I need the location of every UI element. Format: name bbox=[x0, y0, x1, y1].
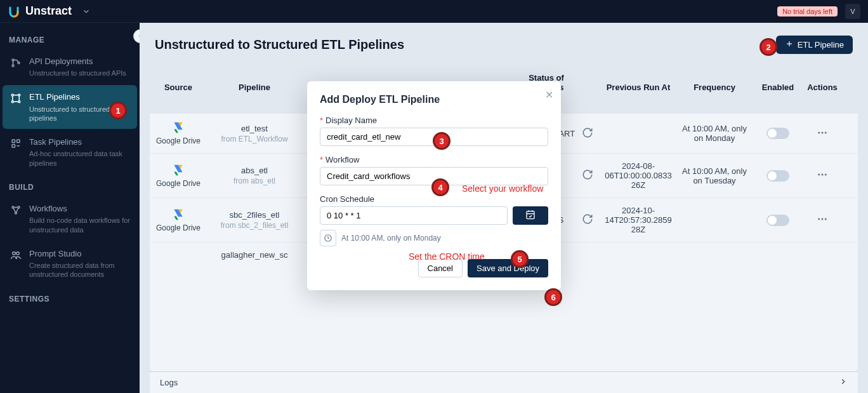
freq-cell: At 10:00 AM, only on Monday bbox=[676, 124, 753, 143]
sidebar-item-etl-pipelines[interactable]: ETL Pipelines Unstructured to structured… bbox=[3, 85, 137, 129]
svg-point-22 bbox=[825, 174, 827, 176]
enabled-toggle[interactable] bbox=[766, 128, 789, 139]
sidebar-item-api-deployments[interactable]: API Deployments Unstructured to structur… bbox=[3, 50, 137, 84]
brand: Unstract bbox=[8, 4, 91, 18]
svg-point-6 bbox=[18, 101, 20, 103]
pipeline-from: from sbc_2_files_etl bbox=[221, 221, 289, 230]
sidebar-item-desc: Unstructured to structured APIs bbox=[29, 69, 131, 77]
svg-point-3 bbox=[11, 95, 13, 97]
col-freq: Frequency bbox=[676, 73, 753, 102]
svg-point-19 bbox=[825, 131, 827, 133]
svg-point-2 bbox=[18, 62, 20, 64]
pipeline-from: from ETL_Workflow bbox=[221, 135, 287, 143]
pipeline-name: gallagher_new_sc bbox=[221, 250, 288, 260]
cron-input[interactable] bbox=[320, 206, 508, 225]
cron-summary: At 10:00 AM, only on Monday bbox=[320, 230, 548, 246]
pipeline-icon bbox=[9, 91, 23, 123]
workflow-label-text: Workflow bbox=[326, 155, 359, 164]
workflow-select[interactable] bbox=[320, 167, 548, 185]
sidebar-item-desc: Unstructured to structured data pipeline… bbox=[29, 105, 131, 123]
save-and-deploy-button[interactable]: Save and Deploy bbox=[468, 259, 548, 277]
modal-title: Add Deploy ETL Pipeline bbox=[320, 94, 548, 105]
users-icon bbox=[9, 248, 23, 279]
svg-point-23 bbox=[818, 218, 820, 220]
svg-rect-9 bbox=[12, 145, 15, 148]
sidebar-section-settings: SETTINGS bbox=[3, 287, 137, 309]
logs-panel-toggle[interactable]: Logs bbox=[150, 371, 858, 393]
display-name-label-text: Display Name bbox=[326, 116, 377, 125]
close-icon[interactable]: ✕ bbox=[545, 89, 553, 101]
git-branch-icon bbox=[9, 56, 23, 77]
cron-validate-button[interactable] bbox=[513, 206, 548, 225]
new-pipeline-label: ETL Pipeline bbox=[798, 40, 844, 50]
enabled-toggle[interactable] bbox=[766, 170, 789, 182]
pipeline-name: etl_test bbox=[241, 124, 268, 133]
sidebar-section-build: BUILD bbox=[3, 175, 137, 197]
top-bar: Unstract No trial days left V bbox=[0, 0, 868, 23]
google-drive-icon bbox=[171, 121, 185, 134]
task-icon bbox=[9, 137, 23, 168]
svg-rect-7 bbox=[12, 140, 15, 143]
plus-icon bbox=[785, 39, 794, 50]
more-actions-icon[interactable] bbox=[817, 127, 828, 140]
new-etl-pipeline-button[interactable]: ETL Pipeline bbox=[776, 36, 853, 54]
enabled-toggle[interactable] bbox=[766, 215, 789, 226]
google-drive-icon bbox=[171, 208, 185, 221]
sidebar-section-manage: MANAGE bbox=[3, 28, 137, 50]
brand-logo-icon bbox=[8, 5, 20, 18]
pipeline-name: sbc_2files_etl bbox=[230, 210, 280, 220]
svg-point-20 bbox=[818, 174, 820, 176]
reload-icon[interactable] bbox=[582, 169, 593, 182]
cron-label: Cron Schedule bbox=[320, 194, 548, 204]
add-etl-pipeline-modal: ✕ Add Deploy ETL Pipeline *Display Name … bbox=[307, 81, 561, 290]
source-label: Google Drive bbox=[156, 137, 201, 145]
logs-label: Logs bbox=[160, 378, 178, 387]
svg-point-5 bbox=[11, 101, 13, 103]
svg-point-25 bbox=[825, 218, 827, 220]
sidebar-item-task-pipelines[interactable]: Task Pipelines Ad-hoc unstructured data … bbox=[3, 130, 137, 174]
workflow-label: *Workflow bbox=[320, 155, 548, 164]
reload-icon[interactable] bbox=[582, 213, 593, 227]
sidebar-item-prompt-studio[interactable]: Prompt Studio Create structured data fro… bbox=[3, 242, 137, 286]
col-enabled: Enabled bbox=[753, 73, 803, 102]
svg-point-17 bbox=[818, 131, 820, 133]
sidebar-item-workflows[interactable]: Workflows Build no-code data workflows f… bbox=[3, 197, 137, 241]
calendar-check-icon bbox=[525, 210, 536, 222]
prev-run-cell: 2024-08-06T10:00:00.083326Z bbox=[600, 161, 676, 190]
sidebar-item-label: Prompt Studio bbox=[29, 248, 131, 260]
sidebar-item-desc: Ad-hoc unstructured data task pipelines bbox=[29, 149, 131, 168]
chevron-right-icon bbox=[839, 377, 848, 388]
source-label: Google Drive bbox=[156, 223, 201, 232]
more-actions-icon[interactable] bbox=[817, 169, 828, 182]
workflow-icon bbox=[9, 203, 23, 234]
sidebar-item-label: ETL Pipelines bbox=[29, 91, 131, 103]
sidebar-item-label: Task Pipelines bbox=[29, 137, 131, 148]
trial-badge: No trial days left bbox=[777, 6, 838, 17]
avatar[interactable]: V bbox=[845, 4, 860, 19]
svg-point-10 bbox=[12, 206, 14, 208]
cron-summary-text: At 10:00 AM, only on Monday bbox=[341, 234, 441, 243]
sidebar-item-label: API Deployments bbox=[29, 56, 131, 67]
cancel-button[interactable]: Cancel bbox=[418, 259, 463, 277]
col-actions: Actions bbox=[803, 73, 841, 102]
brand-name: Unstract bbox=[25, 4, 72, 18]
page-title: Unstructured to Structured ETL Pipelines bbox=[155, 37, 404, 52]
svg-point-0 bbox=[12, 59, 14, 61]
svg-point-13 bbox=[13, 252, 16, 255]
col-pipeline: Pipeline bbox=[207, 73, 302, 102]
svg-point-11 bbox=[18, 206, 20, 208]
col-source: Source bbox=[150, 73, 207, 102]
source-label: Google Drive bbox=[156, 179, 201, 188]
brand-chevron-down-icon[interactable] bbox=[82, 7, 91, 16]
display-name-input[interactable] bbox=[320, 128, 548, 146]
svg-point-21 bbox=[822, 174, 824, 176]
svg-point-12 bbox=[15, 212, 17, 214]
display-name-label: *Display Name bbox=[320, 116, 548, 125]
svg-point-4 bbox=[18, 95, 20, 97]
google-drive-icon bbox=[171, 164, 185, 177]
svg-point-18 bbox=[822, 131, 824, 133]
more-actions-icon[interactable] bbox=[817, 213, 828, 227]
sidebar-item-desc: Create structured data from unstructured… bbox=[29, 261, 131, 279]
reload-icon[interactable] bbox=[582, 127, 593, 140]
sidebar-item-label: Workflows bbox=[29, 203, 131, 215]
